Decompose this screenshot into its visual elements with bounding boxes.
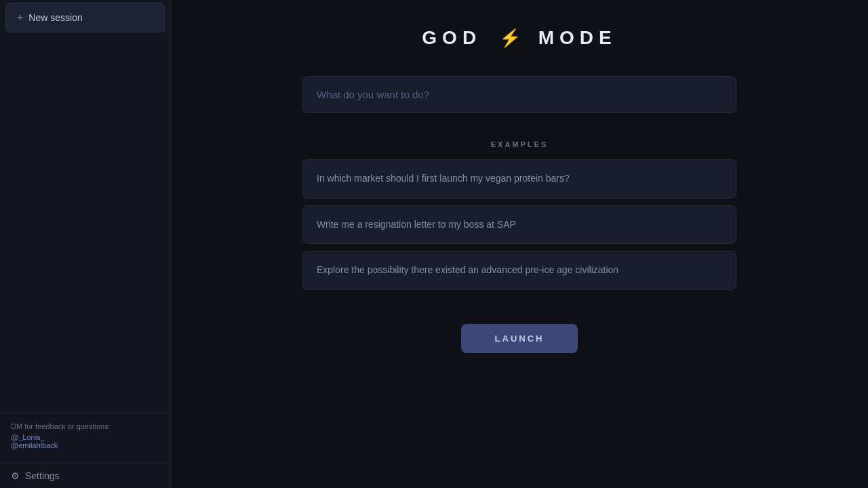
sidebar-scroll: + New session [0, 0, 170, 412]
new-session-label: New session [28, 12, 82, 23]
feedback-link-1[interactable]: @_Lonis_ [11, 433, 159, 441]
examples-label: EXAMPLES [302, 140, 736, 148]
feedback-text: DM for feedback or questions: [11, 421, 159, 433]
sidebar-bottom: DM for feedback or questions: @_Lonis_ @… [0, 412, 170, 458]
example-card-2[interactable]: Write me a resignation letter to my boss… [302, 205, 736, 245]
examples-section: EXAMPLES In which market should I first … [302, 140, 736, 297]
search-input-container [302, 76, 736, 113]
settings-button[interactable]: ⚙ Settings [0, 463, 170, 488]
title-part2: MODE [538, 27, 617, 49]
new-session-button[interactable]: + New session [5, 3, 165, 33]
feedback-link-2[interactable]: @emilahlback [11, 441, 159, 449]
app-title: GOD ⚡ MODE [422, 27, 616, 49]
sidebar: + New session DM for feedback or questio… [0, 0, 171, 488]
lightning-icon: ⚡ [499, 28, 521, 49]
main-content: GOD ⚡ MODE EXAMPLES In which market shou… [171, 0, 868, 488]
settings-label: Settings [25, 470, 60, 481]
gear-icon: ⚙ [11, 470, 20, 481]
title-part1: GOD [422, 27, 481, 49]
launch-button[interactable]: LAUNCH [461, 324, 578, 353]
search-input[interactable] [302, 76, 736, 113]
plus-icon: + [17, 12, 23, 24]
example-card-3[interactable]: Explore the possibility there existed an… [302, 251, 736, 290]
example-card-1[interactable]: In which market should I first launch my… [302, 159, 736, 199]
